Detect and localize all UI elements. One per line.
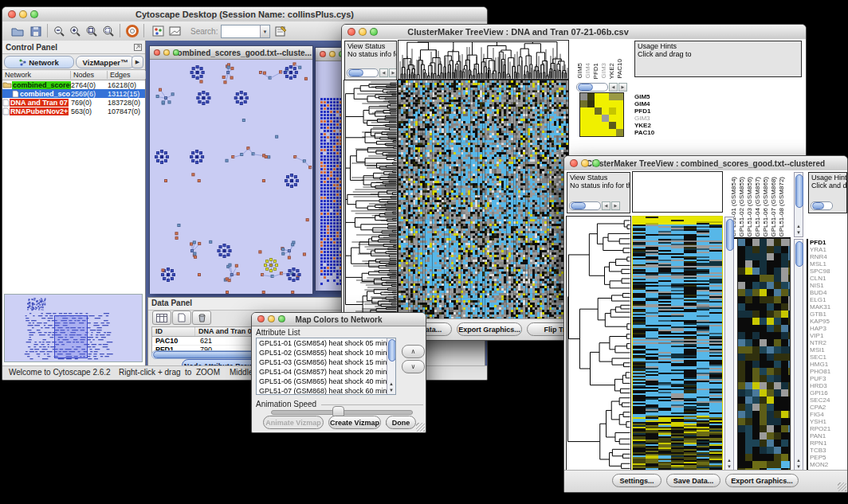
global-heatmap-canvas[interactable] — [398, 80, 568, 321]
close-button[interactable] — [154, 49, 160, 56]
scroll-arrows[interactable]: ▲▼ — [387, 381, 395, 393]
close-button[interactable] — [347, 28, 355, 36]
v-scrollbar[interactable]: ▲▼ — [724, 217, 734, 471]
minimize-button[interactable] — [19, 10, 27, 18]
close-button[interactable] — [8, 10, 16, 18]
birdseye-view[interactable] — [4, 294, 143, 362]
zoom-button[interactable] — [592, 159, 600, 167]
h-scrollbar[interactable]: ◀ ▶ — [347, 68, 397, 76]
h-scrollbar[interactable]: ◀ ▶ — [569, 201, 620, 209]
col-network[interactable]: Network — [2, 71, 71, 79]
close-button[interactable] — [320, 51, 326, 57]
scrollbar-thumb[interactable] — [571, 202, 586, 209]
scrollbar-thumb[interactable] — [726, 219, 734, 251]
resize-grip[interactable] — [838, 483, 846, 491]
h-scrollbar[interactable] — [811, 201, 833, 209]
col-edges[interactable]: Edges — [108, 71, 146, 79]
birdseye-canvas[interactable] — [5, 295, 142, 361]
settings-button[interactable]: Settings... — [612, 474, 662, 487]
create-vizmap-button[interactable]: Create Vizmap — [328, 416, 381, 429]
scrollbar-thumb[interactable] — [795, 241, 803, 267]
close-button[interactable] — [257, 315, 265, 322]
array-dendrogram-canvas[interactable] — [398, 41, 568, 79]
minimize-button[interactable] — [359, 28, 367, 36]
dialog-titlebar[interactable]: Map Colors to Network — [252, 313, 426, 326]
scrollbar-thumb[interactable] — [812, 202, 824, 209]
scrollbar-thumb[interactable] — [348, 69, 363, 76]
gene-label: VIP1 — [810, 332, 847, 339]
v-scrollbar[interactable]: ▲▼ — [794, 239, 803, 471]
minimize-button[interactable] — [329, 51, 336, 57]
save-data-button[interactable]: Save Data... — [666, 474, 720, 487]
scrollbar-thumb[interactable] — [388, 339, 396, 361]
export-graphics-button[interactable]: Export Graphics... — [725, 474, 799, 487]
open-file-icon[interactable] — [10, 24, 25, 38]
scroll-arrows[interactable]: ▲▼ — [725, 457, 733, 470]
chevron-down-icon[interactable]: ▼ — [260, 25, 269, 37]
minimize-button[interactable] — [268, 315, 275, 322]
h-scrollbar[interactable]: ◀ ▶ — [576, 83, 627, 91]
close-button[interactable] — [570, 159, 578, 167]
main-titlebar[interactable]: Cytoscape Desktop (Session Name: collins… — [2, 7, 487, 22]
tab-vizmapper[interactable]: VizMapper™ — [76, 56, 135, 68]
scroll-left-icon[interactable]: ◀ — [379, 68, 388, 77]
zoom-button[interactable] — [370, 28, 378, 36]
scroll-right-icon[interactable]: ▶ — [611, 201, 620, 210]
zoom-heatmap-canvas[interactable] — [580, 93, 623, 136]
scroll-left-icon[interactable]: ◀ — [602, 201, 610, 210]
tv2-titlebar[interactable]: ClusterMaker TreeView : combined_scores_… — [564, 156, 847, 171]
scrollbar-thumb[interactable] — [795, 174, 803, 208]
done-button[interactable]: Done — [386, 416, 416, 429]
network-row[interactable]: RNAPuberNov2+ 563(0) 107847(0) — [2, 107, 145, 115]
scroll-right-icon[interactable]: ▶ — [389, 68, 397, 77]
col-id[interactable]: ID — [152, 327, 195, 336]
network-row-selected[interactable]: combined_sco 2569(6) 13112(15) — [2, 89, 145, 98]
zoom-button[interactable] — [278, 315, 285, 322]
network-canvas[interactable] — [150, 60, 312, 294]
scroll-arrows[interactable]: ▲▼ — [795, 223, 803, 236]
col-nodes[interactable]: Nodes — [71, 71, 108, 79]
zoom-button[interactable] — [30, 10, 38, 18]
tab-network[interactable]: Network — [4, 56, 74, 68]
scroll-arrows[interactable]: ▲▼ — [795, 457, 803, 470]
network-row-parent[interactable]: combined_scores_ 2764(0) 16218(0) — [2, 80, 145, 89]
float-panel-icon[interactable] — [134, 44, 142, 51]
zoom-heatmap-canvas[interactable] — [738, 239, 790, 471]
gene-dendrogram-canvas[interactable] — [567, 217, 630, 471]
gene-dendrogram-canvas[interactable] — [344, 80, 397, 321]
new-attribute-icon[interactable] — [172, 311, 191, 325]
zoom-selected-icon[interactable] — [84, 24, 99, 38]
scroll-left-icon[interactable]: ◀ — [609, 83, 618, 92]
resize-grip[interactable] — [416, 423, 425, 432]
tab-overflow-arrow[interactable]: ▶ — [132, 56, 143, 68]
search-combobox[interactable]: ▼ — [221, 25, 270, 38]
move-up-button[interactable]: ∧ — [402, 345, 425, 358]
minimize-button[interactable] — [163, 49, 170, 56]
export-graphics-button[interactable]: Export Graphics... — [457, 322, 522, 336]
animate-vizmap-button[interactable]: Animate Vizmap — [263, 416, 324, 429]
scroll-right-icon[interactable]: ▶ — [618, 83, 627, 92]
window-controls — [570, 159, 600, 167]
zoom-fit-icon[interactable] — [101, 24, 116, 38]
select-attributes-icon[interactable] — [152, 311, 171, 325]
help-lifering-icon[interactable] — [125, 24, 139, 38]
zoom-out-icon[interactable] — [52, 24, 66, 38]
attribute-list[interactable]: GPL51-01 (GSM854) heat shock 05 minGPL51… — [256, 338, 396, 395]
v-scrollbar[interactable]: ▲▼ — [387, 338, 395, 394]
v-scrollbar[interactable]: ▲▼ — [794, 172, 803, 237]
message-icon[interactable] — [168, 24, 183, 38]
zoom-in-icon[interactable] — [68, 24, 82, 38]
save-icon[interactable] — [29, 24, 43, 38]
report-icon[interactable] — [273, 24, 288, 38]
delete-attribute-icon[interactable] — [192, 311, 211, 325]
scrollbar-thumb[interactable] — [578, 84, 593, 91]
minimize-button[interactable] — [581, 159, 589, 167]
global-heatmap-canvas[interactable] — [633, 217, 722, 471]
network-frame-titlebar[interactable]: combined_scores_good.txt--cluste... — [150, 46, 312, 60]
annotation-icon[interactable] — [151, 24, 165, 38]
zoom-button[interactable] — [173, 49, 179, 56]
move-down-button[interactable]: ∨ — [402, 360, 425, 373]
tv1-titlebar[interactable]: ClusterMaker TreeView : DNA and Tran 07-… — [342, 25, 806, 40]
search-input[interactable] — [222, 25, 260, 37]
network-row[interactable]: DNA and Tran 07 769(0) 183728(0) — [2, 98, 145, 107]
